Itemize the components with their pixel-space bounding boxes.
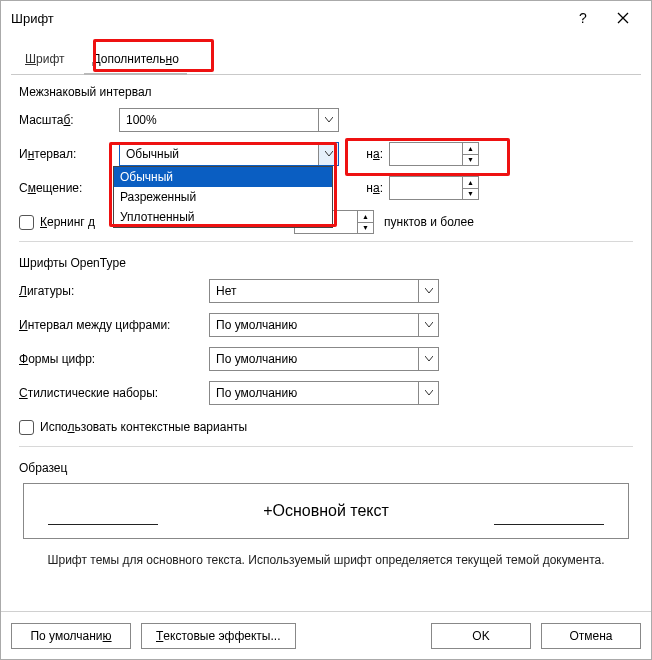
numspacing-label: Интервал между цифрами: — [19, 318, 209, 332]
spin-arrows: ▲▼ — [462, 143, 478, 165]
tab-font[interactable]: Шрифт — [11, 46, 78, 74]
close-icon — [617, 12, 629, 24]
tab-font-label: рифт — [36, 52, 64, 66]
cancel-button[interactable]: Отмена — [541, 623, 641, 649]
chevron-down-icon — [418, 314, 438, 336]
scale-select[interactable]: 100% — [119, 108, 339, 132]
numspacing-select[interactable]: По умолчанию — [209, 313, 439, 337]
tab-row: Шрифт Дополнительно — [11, 45, 641, 75]
row-stylistic: Стилистические наборы: По умолчанию — [19, 380, 633, 406]
close-button[interactable] — [603, 4, 643, 32]
preview-line — [494, 524, 604, 525]
dialog-title: Шрифт — [11, 11, 563, 26]
section-preview: Образец +Основной текст Шрифт темы для о… — [19, 455, 633, 571]
dropdown-option-normal[interactable]: Обычный — [114, 167, 332, 187]
spin-arrows: ▲▼ — [357, 211, 373, 233]
dialog-body: Межзнаковый интервал Масштаб: 100% Интер… — [1, 75, 651, 611]
spin-arrows: ▲▼ — [462, 177, 478, 199]
font-dialog: Шрифт ? Шрифт Дополнительно Межзнаковый … — [0, 0, 652, 660]
ligatures-select[interactable]: Нет — [209, 279, 439, 303]
preview-title: Образец — [19, 455, 633, 477]
divider — [19, 241, 633, 242]
numforms-value: По умолчанию — [216, 352, 297, 366]
chevron-down-icon — [318, 143, 338, 165]
chevron-down-icon — [418, 280, 438, 302]
numspacing-value: По умолчанию — [216, 318, 297, 332]
kerning-checkbox[interactable] — [19, 215, 34, 230]
numforms-select[interactable]: По умолчанию — [209, 347, 439, 371]
preview-line — [48, 524, 158, 525]
opentype-title: Шрифты OpenType — [19, 250, 633, 278]
row-numspacing: Интервал между цифрами: По умолчанию — [19, 312, 633, 338]
section-opentype: Шрифты OpenType Лигатуры: Нет Интервал м… — [19, 250, 633, 440]
tab-advanced[interactable]: Дополнительно — [78, 46, 192, 74]
default-button[interactable]: По умолчанию — [11, 623, 131, 649]
offset-by-spin[interactable]: ▲▼ — [389, 176, 479, 200]
scale-value: 100% — [126, 113, 157, 127]
row-contextual: Использовать контекстные варианты — [19, 414, 633, 440]
stylistic-select[interactable]: По умолчанию — [209, 381, 439, 405]
interval-by-label: на: — [359, 147, 389, 161]
row-scale: Масштаб: 100% — [19, 107, 633, 133]
chevron-down-icon — [418, 348, 438, 370]
text-effects-button[interactable]: Текстовые эффекты... — [141, 623, 296, 649]
spacing-title: Межзнаковый интервал — [19, 79, 633, 107]
chevron-down-icon — [318, 109, 338, 131]
contextual-label: Использовать контекстные варианты — [40, 420, 247, 434]
contextual-checkbox[interactable] — [19, 420, 34, 435]
ok-button[interactable]: OK — [431, 623, 531, 649]
dropdown-option-condensed[interactable]: Уплотненный — [114, 207, 332, 227]
offset-label: Смещение: — [19, 181, 119, 195]
row-numforms: Формы цифр: По умолчанию — [19, 346, 633, 372]
preview-box: +Основной текст — [23, 483, 629, 539]
interval-value: Обычный — [126, 147, 179, 161]
tab-row-wrap: Шрифт Дополнительно — [1, 35, 651, 75]
ligatures-label: Лигатуры: — [19, 284, 209, 298]
titlebar: Шрифт ? — [1, 1, 651, 35]
ligatures-value: Нет — [216, 284, 236, 298]
interval-label: Интервал: — [19, 147, 119, 161]
row-interval: Интервал: Обычный на: ▲▼ — [19, 141, 633, 167]
dialog-footer: По умолчанию Текстовые эффекты... OK Отм… — [1, 611, 651, 659]
interval-dropdown-list: Обычный Разреженный Уплотненный — [113, 166, 333, 228]
preview-note: Шрифт темы для основного текста. Использ… — [19, 545, 633, 571]
row-ligatures: Лигатуры: Нет — [19, 278, 633, 304]
interval-select[interactable]: Обычный — [119, 142, 339, 166]
numforms-label: Формы цифр: — [19, 352, 209, 366]
stylistic-value: По умолчанию — [216, 386, 297, 400]
offset-by-label: на: — [359, 181, 389, 195]
kerning-suffix: пунктов и более — [374, 215, 474, 229]
divider — [19, 446, 633, 447]
interval-by-spin[interactable]: ▲▼ — [389, 142, 479, 166]
stylistic-label: Стилистические наборы: — [19, 386, 209, 400]
chevron-down-icon — [418, 382, 438, 404]
scale-label: Масштаб: — [19, 113, 119, 127]
kerning-label: Кернинг д — [40, 215, 114, 229]
help-button[interactable]: ? — [563, 4, 603, 32]
dropdown-option-expanded[interactable]: Разреженный — [114, 187, 332, 207]
preview-text: +Основной текст — [263, 502, 389, 520]
